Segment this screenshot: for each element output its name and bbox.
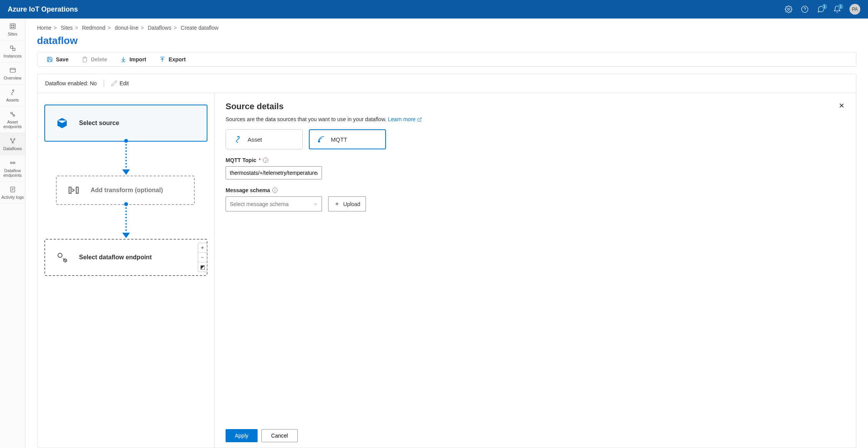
assets-icon [9, 88, 17, 96]
svg-point-0 [788, 8, 790, 10]
cube-icon [56, 117, 68, 129]
tab-asset-label: Asset [248, 136, 262, 143]
edit-button[interactable]: Edit [111, 80, 129, 86]
transform-node[interactable]: Add transform (optional) [56, 176, 195, 205]
learn-more-link[interactable]: Learn more [388, 116, 421, 122]
message-schema-select[interactable]: Select message schema [226, 196, 322, 211]
mqtt-topic-input[interactable] [226, 166, 322, 179]
connector [125, 204, 127, 237]
breadcrumb: Home> Sites> Redmond> donut-line> Datafl… [37, 25, 856, 31]
sidebar-item-label: Dataflows [3, 146, 22, 151]
stepper-minus[interactable]: － [198, 253, 207, 262]
stepper-plus[interactable]: ＋ [198, 243, 207, 253]
svg-point-22 [13, 162, 15, 164]
svg-rect-3 [10, 24, 15, 29]
content-card: Dataflow enabled: No Edit Select source [37, 74, 856, 448]
sidebar-item-label: Asset endpoints [1, 120, 24, 129]
svg-line-19 [11, 140, 12, 142]
sidebar-item-assets[interactable]: Assets [0, 85, 25, 107]
asset-icon [234, 135, 242, 144]
svg-rect-33 [76, 187, 78, 193]
help-icon[interactable] [801, 5, 809, 13]
svg-rect-10 [10, 68, 15, 73]
divider [104, 79, 104, 87]
destination-node[interactable]: Select dataflow endpoint ＋ － ◩ [44, 239, 207, 276]
page-title: dataflow [37, 35, 856, 47]
source-node[interactable]: Select source [44, 105, 207, 142]
endpoint-stepper: ＋ － ◩ [198, 243, 207, 272]
svg-point-17 [14, 139, 15, 140]
sidebar-item-sites[interactable]: Sites [0, 19, 25, 41]
feedback-icon[interactable]: 1 [817, 5, 825, 13]
sidebar-item-label: Assets [6, 98, 19, 102]
apply-button[interactable]: Apply [226, 429, 258, 442]
export-icon [159, 56, 165, 63]
svg-point-12 [12, 90, 13, 91]
upload-label: Upload [343, 201, 360, 207]
mqtt-topic-label: MQTT Topic*i [226, 157, 845, 163]
sidebar-item-label: Dataflow endpoints [1, 168, 24, 178]
svg-rect-9 [13, 48, 15, 51]
notifications-icon[interactable]: 1 [833, 5, 841, 13]
breadcrumb-link[interactable]: Dataflows [148, 25, 171, 31]
plus-icon: ＋ [334, 200, 340, 208]
import-button[interactable]: Import [120, 56, 147, 63]
app-header: Azure IoT Operations 1 1 PA [0, 0, 868, 19]
notif-badge: 1 [822, 4, 827, 9]
save-label: Save [56, 56, 69, 63]
tab-asset[interactable]: Asset [226, 129, 303, 149]
app-title: Azure IoT Operations [8, 5, 78, 14]
svg-point-1 [802, 6, 808, 13]
transform-icon [67, 184, 80, 196]
message-schema-label: Message schemai [226, 187, 845, 193]
sidebar-item-dataflow-endpoints[interactable]: Dataflow endpoints [0, 155, 25, 182]
breadcrumb-link[interactable]: Home [37, 25, 51, 31]
instances-icon [9, 44, 17, 52]
cancel-button[interactable]: Cancel [261, 429, 298, 442]
sites-icon [9, 22, 17, 30]
svg-point-34 [58, 253, 62, 257]
dataflow-enabled-status: Dataflow enabled: No [45, 80, 97, 86]
sidebar-item-asset-endpoints[interactable]: Asset endpoints [0, 107, 25, 133]
notif-badge: 1 [838, 4, 843, 9]
settings-icon[interactable] [785, 5, 792, 13]
avatar[interactable]: PA [849, 4, 860, 15]
edit-label: Edit [120, 80, 129, 86]
breadcrumb-link[interactable]: Redmond [82, 25, 106, 31]
svg-line-36 [419, 118, 421, 120]
dataflows-icon [9, 137, 17, 145]
sidebar-item-overview[interactable]: Overview [0, 63, 25, 85]
import-label: Import [130, 56, 147, 63]
connector-dot [124, 139, 128, 143]
export-button[interactable]: Export [159, 56, 185, 63]
sidebar-item-label: Sites [8, 32, 17, 36]
svg-rect-8 [10, 46, 13, 48]
overview-icon [9, 66, 17, 74]
svg-line-20 [13, 140, 14, 142]
activity-logs-icon [9, 186, 17, 193]
save-button[interactable]: Save [47, 56, 69, 63]
sidebar-item-dataflows[interactable]: Dataflows [0, 133, 25, 155]
svg-rect-32 [69, 187, 71, 193]
breadcrumb-link[interactable]: Sites [61, 25, 72, 31]
info-icon[interactable]: i [272, 188, 278, 193]
tab-mqtt[interactable]: MQTT [309, 129, 386, 149]
sidebar-item-activity-logs[interactable]: Activity logs [0, 182, 25, 204]
flow-canvas: Select source Add transform (optional) [37, 93, 215, 448]
sidebar-item-instances[interactable]: Instances [0, 41, 25, 63]
sidebar-item-label: Overview [4, 76, 22, 80]
save-icon [47, 56, 53, 63]
source-node-label: Select source [79, 120, 119, 127]
export-label: Export [169, 56, 185, 63]
breadcrumb-link[interactable]: donut-line [115, 25, 138, 31]
panel-title: Source details [226, 101, 283, 112]
stepper-handle[interactable]: ◩ [198, 262, 207, 272]
upload-button[interactable]: ＋ Upload [328, 196, 366, 211]
svg-line-15 [12, 114, 13, 115]
panel-description: Sources are the data sources that you wa… [226, 116, 845, 122]
info-icon[interactable]: i [263, 157, 268, 163]
close-icon[interactable]: ✕ [838, 101, 845, 110]
destination-node-label: Select dataflow endpoint [79, 254, 152, 261]
svg-point-18 [12, 142, 13, 143]
breadcrumb-current: Create dataflow [181, 25, 219, 31]
